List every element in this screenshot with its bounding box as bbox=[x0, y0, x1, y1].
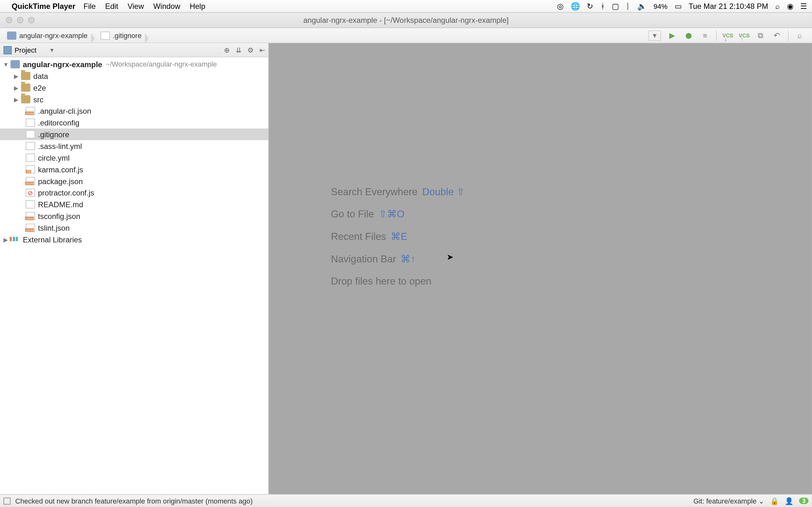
run-config-dropdown[interactable]: ▾ bbox=[648, 30, 661, 41]
revert-button[interactable]: ↶ bbox=[772, 30, 782, 41]
disclosure-closed-icon[interactable]: ▶ bbox=[13, 96, 20, 102]
debug-button[interactable]: ⬤ bbox=[683, 30, 694, 41]
menu-help[interactable]: Help bbox=[190, 2, 205, 11]
settings-gear-icon[interactable]: ⚙ bbox=[247, 46, 254, 54]
project-view-label: Project bbox=[14, 46, 37, 54]
tree-item[interactable]: ▶e2e bbox=[0, 82, 268, 94]
file-icon bbox=[26, 154, 35, 162]
event-log-badge[interactable]: 3 bbox=[799, 498, 809, 504]
battery-icon[interactable]: ▭ bbox=[675, 2, 681, 11]
disclosure-closed-icon[interactable]: ▶ bbox=[13, 72, 20, 79]
battery-percentage[interactable]: 94% bbox=[653, 2, 667, 10]
file-icon bbox=[26, 107, 35, 115]
file-icon bbox=[26, 118, 35, 127]
breadcrumb-root[interactable]: angular-ngrx-example bbox=[3, 32, 91, 40]
hint-recent-shortcut: ⌘E bbox=[391, 226, 407, 248]
tree-item-label: src bbox=[33, 95, 44, 104]
status-bar: Checked out new branch feature/example f… bbox=[0, 494, 812, 507]
globe-icon[interactable]: 🌐 bbox=[571, 2, 580, 11]
tree-root-name: angular-ngrx-example bbox=[23, 60, 102, 69]
bluetooth-icon[interactable]: ᚼ bbox=[600, 2, 605, 11]
tree-item[interactable]: tsconfig.json bbox=[0, 210, 268, 222]
tree-item[interactable]: README.md bbox=[0, 199, 268, 210]
project-view-icon bbox=[3, 46, 12, 54]
tree-item-label: circle.yml bbox=[38, 153, 70, 162]
spotlight-icon[interactable]: ⌕ bbox=[775, 2, 780, 11]
volume-icon[interactable]: 🔈 bbox=[637, 2, 647, 11]
project-tree[interactable]: ▼ angular-ngrx-example ~/Workspace/angul… bbox=[0, 57, 268, 245]
tree-item[interactable]: ▶src bbox=[0, 94, 268, 105]
tree-item[interactable]: .editorconfig bbox=[0, 117, 268, 129]
hide-tool-window-icon[interactable]: ⇤ bbox=[259, 46, 265, 54]
hint-recent-label: Recent Files bbox=[331, 226, 386, 248]
readonly-lock-icon[interactable]: 🔒 bbox=[770, 497, 779, 505]
vcs-history-button[interactable]: ⧉ bbox=[755, 30, 766, 41]
project-tool-header[interactable]: Project ▼ ⊕ ⇊ ⚙ ⇤ bbox=[0, 43, 269, 57]
zoom-traffic-light[interactable] bbox=[28, 17, 34, 23]
tree-item[interactable]: circle.yml bbox=[0, 152, 268, 164]
tree-item-label: e2e bbox=[33, 83, 46, 92]
tree-item[interactable]: package.json bbox=[0, 175, 268, 187]
airplay-icon[interactable]: ▢ bbox=[612, 2, 619, 11]
empty-editor-hints: Search Everywhere Double ⇧ Go to File ⇧⌘… bbox=[331, 181, 465, 292]
mouse-cursor-icon: ➤ bbox=[447, 252, 454, 262]
tree-item[interactable]: .angular-cli.json bbox=[0, 105, 268, 117]
module-icon bbox=[10, 60, 20, 68]
disclosure-closed-icon[interactable]: ▶ bbox=[13, 84, 20, 91]
git-branch-widget[interactable]: Git: feature/example ⌄ bbox=[693, 497, 764, 505]
menu-window[interactable]: Window bbox=[153, 2, 180, 11]
clock[interactable]: Tue Mar 21 2:10:48 PM bbox=[689, 2, 768, 11]
stop-button[interactable]: ■ bbox=[700, 30, 710, 41]
project-view-dropdown-icon[interactable]: ▼ bbox=[49, 47, 54, 53]
status-message: Checked out new branch feature/example f… bbox=[15, 497, 253, 505]
file-icon bbox=[101, 32, 110, 40]
inspector-man-icon[interactable]: 👤 bbox=[785, 497, 794, 505]
collapse-all-icon[interactable]: ⇊ bbox=[236, 46, 241, 54]
menu-view[interactable]: View bbox=[128, 2, 144, 11]
run-button[interactable]: ▶ bbox=[667, 30, 677, 41]
breadcrumb-file[interactable]: .gitignore bbox=[97, 32, 145, 40]
tree-item[interactable]: tslint.json bbox=[0, 222, 268, 233]
tree-item-label: .angular-cli.json bbox=[38, 107, 91, 115]
menu-edit[interactable]: Edit bbox=[105, 2, 118, 11]
editor-area[interactable]: Search Everywhere Double ⇧ Go to File ⇧⌘… bbox=[269, 43, 812, 494]
status-icon[interactable]: ◎ bbox=[557, 2, 563, 11]
external-libraries-label: External Libraries bbox=[23, 235, 82, 244]
disclosure-closed-icon[interactable]: ▶ bbox=[2, 236, 9, 242]
toolbar: ▾ ▶ ⬤ ■ VCS↓ VCS↑ ⧉ ↶ ⌕ bbox=[648, 30, 809, 41]
minimize-traffic-light[interactable] bbox=[17, 17, 23, 23]
tree-item-label: .editorconfig bbox=[38, 118, 80, 127]
search-everywhere-button[interactable]: ⌕ bbox=[795, 30, 805, 41]
tree-item[interactable]: protractor.conf.js bbox=[0, 187, 268, 199]
tree-item-label: .gitignore bbox=[38, 130, 69, 139]
active-app-name[interactable]: QuickTime Player bbox=[12, 2, 75, 11]
tree-root[interactable]: ▼ angular-ngrx-example ~/Workspace/angul… bbox=[0, 58, 268, 70]
tool-windows-toggle-icon[interactable] bbox=[3, 497, 10, 504]
external-libraries[interactable]: ▶ External Libraries bbox=[0, 233, 268, 245]
hint-drop-label: Drop files here to open bbox=[331, 270, 432, 292]
disclosure-open-icon[interactable]: ▼ bbox=[2, 61, 9, 67]
tree-item[interactable]: .sass-lint.yml bbox=[0, 140, 268, 152]
close-traffic-light[interactable] bbox=[6, 17, 12, 23]
siri-icon[interactable]: ◉ bbox=[787, 2, 793, 11]
breadcrumb-root-label: angular-ngrx-example bbox=[19, 32, 88, 40]
menu-file[interactable]: File bbox=[84, 2, 96, 11]
notification-center-icon[interactable]: ☰ bbox=[800, 2, 807, 11]
tree-item[interactable]: karma.conf.js bbox=[0, 164, 268, 175]
tree-item[interactable]: ▶data bbox=[0, 70, 268, 82]
timemachine-icon[interactable]: ↻ bbox=[587, 2, 593, 11]
scroll-to-source-icon[interactable]: ⊕ bbox=[224, 46, 230, 54]
file-icon bbox=[26, 177, 35, 185]
folder-icon bbox=[21, 72, 30, 80]
file-icon bbox=[26, 224, 35, 232]
file-icon bbox=[26, 188, 35, 197]
project-tool-window: Project ▼ ⊕ ⇊ ⚙ ⇤ ▼ angular-ngrx-example… bbox=[0, 43, 269, 494]
libraries-icon bbox=[10, 235, 20, 244]
vcs-commit-button[interactable]: VCS↑ bbox=[739, 30, 750, 41]
vcs-update-button[interactable]: VCS↓ bbox=[722, 30, 733, 41]
tree-item-label: package.json bbox=[38, 177, 83, 186]
tree-item-label: tslint.json bbox=[38, 223, 70, 232]
tree-item[interactable]: .gitignore bbox=[0, 128, 268, 140]
wifi-icon[interactable]: ⦚ bbox=[626, 2, 630, 11]
tree-item-label: data bbox=[33, 72, 48, 80]
